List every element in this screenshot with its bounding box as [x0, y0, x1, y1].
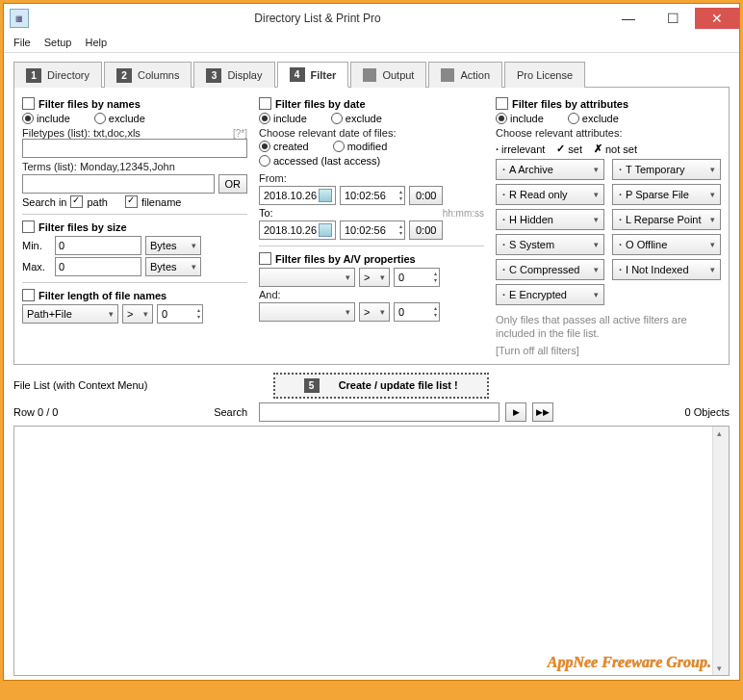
app-icon: ▦: [10, 9, 29, 28]
search-next-button[interactable]: ▶: [505, 402, 526, 422]
from-time[interactable]: 10:02:56: [340, 186, 405, 205]
from-date[interactable]: 2018.10.26: [259, 186, 336, 205]
attr-archive[interactable]: A Archive: [496, 159, 604, 180]
filter-size-label: Filter files by size: [38, 221, 127, 233]
to-date[interactable]: 2018.10.26: [259, 220, 336, 240]
attr-include-radio[interactable]: [496, 113, 507, 124]
modified-radio[interactable]: [333, 141, 345, 152]
terms-input[interactable]: [22, 174, 215, 194]
menu-help[interactable]: Help: [85, 37, 107, 48]
attr-hidden[interactable]: H Hidden: [496, 209, 604, 230]
av-op1-select[interactable]: >: [359, 268, 390, 287]
accessed-radio[interactable]: [259, 155, 270, 167]
tab-bar: 1Directory 2Columns 3Display 4Filter Out…: [13, 61, 730, 88]
attr-sparse[interactable]: P Sparse File: [612, 184, 721, 205]
min-unit-select[interactable]: Bytes: [145, 236, 201, 255]
close-button[interactable]: ✕: [695, 8, 739, 29]
date-exclude-radio[interactable]: [331, 113, 343, 124]
filetypes-label: Filetypes (list): txt,doc,xls: [22, 127, 141, 139]
search-last-button[interactable]: ▶▶: [532, 402, 553, 422]
menu-file[interactable]: File: [13, 37, 31, 48]
names-include-radio[interactable]: [22, 113, 34, 124]
tab-prolicense[interactable]: Pro License: [504, 62, 585, 88]
search-label: Search: [77, 406, 253, 418]
search-input[interactable]: [259, 402, 500, 422]
attr-offline[interactable]: O Offline: [612, 234, 721, 255]
filter-attr-label: Filter files by attributes: [512, 98, 628, 110]
tab-output[interactable]: Output: [350, 62, 426, 88]
watermark: AppNee Freeware Group.: [548, 654, 711, 671]
menu-setup[interactable]: Setup: [44, 37, 72, 48]
file-list-area[interactable]: AppNee Freeware Group.: [13, 426, 730, 676]
filter-size-check[interactable]: [22, 220, 35, 233]
created-radio[interactable]: [259, 141, 270, 152]
max-unit-select[interactable]: Bytes: [145, 257, 201, 276]
to-time[interactable]: 10:02:56: [340, 220, 405, 240]
to-zero-button[interactable]: 0:00: [409, 220, 443, 240]
attr-reparse[interactable]: L Reparse Point: [612, 209, 721, 230]
menubar: File Setup Help: [4, 33, 739, 53]
from-zero-button[interactable]: 0:00: [409, 186, 443, 205]
tab-action[interactable]: Action: [428, 62, 502, 88]
tab-filter[interactable]: 4Filter: [277, 62, 349, 88]
filename-check[interactable]: ✓: [125, 195, 138, 208]
filter-names-check[interactable]: [22, 97, 35, 110]
max-input[interactable]: [55, 257, 141, 276]
attr-encrypted[interactable]: E Encrypted: [496, 284, 604, 305]
output-icon: [363, 68, 376, 82]
attr-compressed[interactable]: C Compressed: [496, 259, 604, 280]
to-label: To:: [259, 207, 273, 219]
filelist-label: File List (with Context Menu): [13, 379, 147, 391]
filter-date-check[interactable]: [259, 97, 271, 110]
date-choose-label: Choose relevant date of files:: [259, 127, 484, 139]
terms-label: Terms (list): Monday,12345,John: [22, 161, 247, 172]
filetypes-input[interactable]: [22, 139, 247, 158]
and-label: And:: [259, 289, 484, 300]
names-exclude-radio[interactable]: [94, 113, 106, 124]
minimize-button[interactable]: —: [606, 8, 651, 29]
attr-exclude-radio[interactable]: [568, 113, 579, 124]
list-scrollbar[interactable]: [712, 427, 729, 675]
tab-display[interactable]: 3Display: [193, 62, 274, 88]
filter-date-label: Filter files by date: [275, 98, 366, 110]
filter-av-check[interactable]: [259, 252, 271, 265]
len-value-spin[interactable]: 0: [157, 304, 203, 324]
filter-note: Only files that passes all active filter…: [496, 313, 721, 341]
titlebar: ▦ Directory List & Print Pro — ☐ ✕: [4, 4, 739, 33]
turnoff-filters-link[interactable]: [Turn off all filters]: [496, 345, 721, 356]
av-val1-spin[interactable]: 0: [394, 268, 440, 287]
av-prop1-select[interactable]: [259, 268, 355, 287]
av-val2-spin[interactable]: 0: [394, 302, 440, 322]
searchin-label: Search in: [22, 196, 66, 208]
min-input[interactable]: [55, 236, 141, 255]
row-count: Row 0 / 0: [13, 406, 71, 418]
attr-readonly[interactable]: R Read only: [496, 184, 604, 205]
pathfile-select[interactable]: Path+File: [22, 304, 118, 324]
date-include-radio[interactable]: [259, 113, 270, 124]
filter-names-label: Filter files by names: [38, 98, 141, 110]
filter-length-check[interactable]: [22, 289, 35, 301]
attr-choose-label: Choose relevant attributes:: [496, 127, 721, 139]
from-label: From:: [259, 172, 484, 184]
action-icon: [441, 68, 454, 82]
maximize-button[interactable]: ☐: [651, 8, 695, 29]
attr-notindexed[interactable]: I Not Indexed: [612, 259, 721, 280]
av-op2-select[interactable]: >: [359, 302, 390, 322]
attr-grid: A Archive T Temporary R Read only P Spar…: [496, 159, 721, 305]
tab-directory[interactable]: 1Directory: [13, 62, 102, 88]
or-button[interactable]: OR: [218, 174, 248, 194]
av-prop2-select[interactable]: [259, 302, 355, 322]
objects-count: 0 Objects: [559, 406, 730, 418]
create-update-button[interactable]: 5 Create / update file list !: [273, 373, 489, 399]
attr-temporary[interactable]: T Temporary: [612, 159, 721, 180]
window-title: Directory List & Print Pro: [29, 12, 606, 25]
path-check[interactable]: ✓: [70, 195, 83, 208]
len-op-select[interactable]: >: [122, 304, 153, 324]
attr-system[interactable]: S System: [496, 234, 604, 255]
filter-attr-check[interactable]: [496, 97, 508, 110]
tab-columns[interactable]: 2Columns: [104, 62, 192, 88]
filter-length-label: Filter length of file names: [38, 290, 167, 301]
filter-av-label: Filter files by A/V properties: [275, 253, 416, 265]
